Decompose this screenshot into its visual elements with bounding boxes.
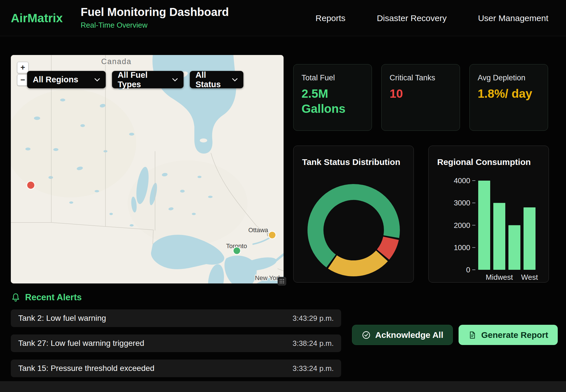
- small-lake: [180, 190, 185, 193]
- bay-island: [200, 138, 207, 142]
- small-lake: [80, 124, 85, 127]
- page-title: Fuel Monitoring Dashboard: [81, 6, 229, 19]
- alert-timestamp: 3:43:29 p.m.: [292, 314, 334, 323]
- tank-marker-normal[interactable]: [233, 247, 241, 254]
- chevron-down-icon: [172, 78, 178, 81]
- footer-strip: [0, 381, 566, 392]
- region-filter-select[interactable]: All Regions: [27, 71, 106, 88]
- top-bar: AirMatrix Fuel Monitoring Dashboard Real…: [0, 0, 566, 36]
- zoom-out-button[interactable]: −: [17, 74, 28, 86]
- check-circle-icon: [362, 330, 371, 340]
- generate-report-button[interactable]: Generate Report: [459, 325, 558, 345]
- stat-label: Avg Depletion: [478, 74, 540, 82]
- map[interactable]: Canada Ottawa Toronto New York + − All R…: [11, 55, 284, 283]
- x-axis-category-label: Midwest: [486, 273, 513, 281]
- y-axis-tick-label: 1000: [454, 243, 470, 252]
- status-filter-value: All Status: [196, 70, 228, 89]
- page-subtitle: Real-Time Overview: [81, 21, 229, 30]
- regional-consumption-card: Regional Consumption 01000200030004000Mi…: [428, 146, 549, 283]
- tank-marker-warning[interactable]: [268, 231, 276, 239]
- recent-alerts-heading: Recent Alerts: [11, 292, 82, 303]
- stat-value: 2.5M Gallons: [302, 86, 364, 116]
- small-lake: [34, 117, 40, 120]
- x-axis-category-label: West: [521, 273, 538, 281]
- small-lake: [95, 190, 99, 192]
- donut-segment-critical: [383, 238, 391, 254]
- small-lake: [198, 176, 201, 178]
- nav-item-user-management[interactable]: User Management: [478, 13, 548, 23]
- chart-title: Regional Consumption: [437, 157, 531, 167]
- small-lake: [129, 133, 134, 136]
- tank-status-distribution-card: Tank Status Distribution: [293, 146, 414, 283]
- main-nav: Reports Disaster Recovery User Managemen…: [315, 0, 548, 36]
- small-lake: [109, 213, 113, 215]
- stat-label: Total Fuel: [302, 74, 364, 82]
- alert-message: Tank 2: Low fuel warning: [18, 314, 106, 323]
- y-axis-tick-label: 2000: [454, 221, 470, 230]
- map-resize-handle[interactable]: [278, 277, 286, 285]
- fuel-monitoring-dashboard: AirMatrix Fuel Monitoring Dashboard Real…: [0, 0, 566, 392]
- y-axis-tick-label: 4000: [454, 176, 470, 185]
- zoom-in-button[interactable]: +: [17, 62, 28, 73]
- fuel-type-filter-value: All Fuel Types: [118, 70, 168, 89]
- title-block: Fuel Monitoring Dashboard Real-Time Over…: [81, 6, 229, 30]
- generate-report-label: Generate Report: [481, 330, 548, 340]
- consumption-bar: [524, 207, 536, 270]
- status-filter-select[interactable]: All Status: [190, 71, 243, 88]
- consumption-bar: [508, 225, 520, 270]
- small-lake: [25, 148, 30, 150]
- y-axis-tick-label: 3000: [454, 199, 470, 207]
- chart-title: Tank Status Distribution: [302, 157, 400, 167]
- recent-alerts-title: Recent Alerts: [25, 292, 82, 303]
- stat-card-critical-tanks: Critical Tanks 10: [381, 64, 460, 131]
- fuel-type-filter-select[interactable]: All Fuel Types: [112, 71, 184, 88]
- alert-row[interactable]: Tank 27: Low fuel warning triggered 3:38…: [11, 334, 341, 352]
- chevron-down-icon: [94, 78, 100, 81]
- small-lake: [69, 201, 73, 204]
- chevron-down-icon: [232, 78, 238, 81]
- region-filter-value: All Regions: [33, 75, 78, 84]
- small-lake: [130, 224, 134, 226]
- small-lake: [208, 196, 213, 198]
- small-lake: [53, 148, 58, 151]
- map-label-ottawa: Ottawa: [248, 226, 268, 234]
- alert-row[interactable]: Tank 15: Pressure threshold exceeded 3:3…: [11, 360, 341, 377]
- acknowledge-all-button[interactable]: Acknowledge All: [352, 325, 453, 345]
- tank-status-donut-chart: [305, 182, 402, 279]
- alert-message: Tank 27: Low fuel warning triggered: [18, 339, 144, 348]
- consumption-bar: [493, 203, 505, 270]
- alert-message: Tank 15: Pressure threshold exceeded: [18, 364, 154, 373]
- alert-timestamp: 3:38:24 p.m.: [292, 339, 334, 348]
- basemap-canvas: Canada Ottawa Toronto New York: [11, 55, 284, 283]
- acknowledge-all-label: Acknowledge All: [375, 330, 443, 340]
- alert-row[interactable]: Tank 2: Low fuel warning 3:43:29 p.m.: [11, 309, 341, 327]
- stat-card-total-fuel: Total Fuel 2.5M Gallons: [293, 64, 372, 131]
- stat-label: Critical Tanks: [390, 74, 452, 82]
- stat-value: 10: [390, 86, 452, 101]
- tank-marker-critical[interactable]: [27, 181, 35, 189]
- consumption-bar: [478, 181, 490, 270]
- y-axis-tick-label: 0: [466, 266, 470, 274]
- nav-item-disaster-recovery[interactable]: Disaster Recovery: [377, 13, 447, 23]
- document-icon: [468, 331, 477, 339]
- donut-segment-warning: [332, 256, 382, 268]
- stat-value: 1.8%/ day: [478, 86, 540, 101]
- stat-card-avg-depletion: Avg Depletion 1.8%/ day: [469, 64, 548, 131]
- small-lake: [60, 99, 65, 101]
- dot-grid-icon: [279, 279, 284, 284]
- brand-logo: AirMatrix: [11, 11, 63, 25]
- small-lake: [192, 213, 196, 215]
- map-label-canada: Canada: [101, 57, 132, 66]
- small-lake: [48, 176, 53, 179]
- bell-icon: [11, 293, 21, 302]
- alert-timestamp: 3:33:24 p.m.: [292, 364, 334, 373]
- nav-item-reports[interactable]: Reports: [315, 13, 345, 23]
